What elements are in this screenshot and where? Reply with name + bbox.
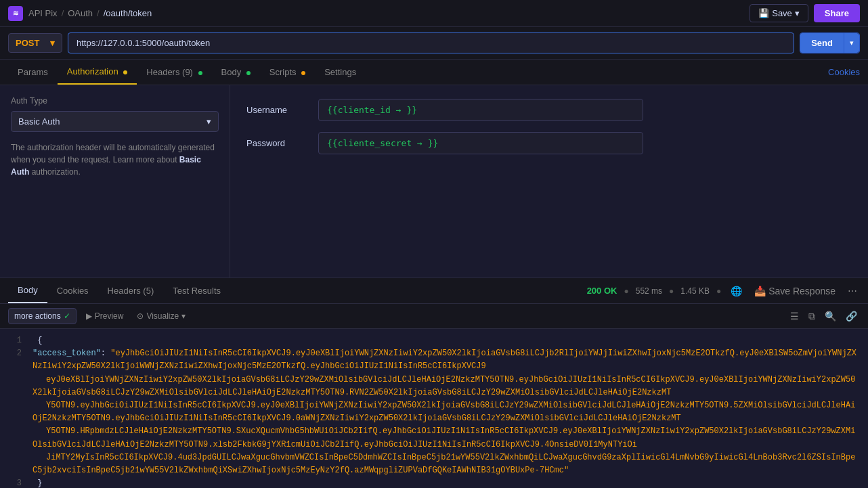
save-dropdown-icon: ▾: [795, 8, 800, 18]
save-icon: 💾: [758, 8, 769, 18]
auth-type-label: Auth Type: [11, 96, 219, 106]
breadcrumb: API Pix / OAuth / /oauth/token: [28, 8, 152, 18]
auth-type-select[interactable]: Basic Auth ▾: [11, 111, 219, 132]
app-logo: ≋: [8, 6, 23, 21]
response-tab-body[interactable]: Body: [8, 278, 47, 303]
more-actions-button[interactable]: more actions ✓: [8, 308, 77, 324]
save-response-button[interactable]: 📥 Save Response: [752, 284, 838, 298]
request-body: Auth Type Basic Auth ▾ The authorization…: [0, 85, 868, 278]
request-tabs: Params Authorization Headers (9) Body Sc…: [0, 60, 868, 85]
response-size: 1.45 KB: [680, 286, 710, 296]
response-tabs: Body Cookies Headers (5) Test Results 20…: [0, 278, 868, 304]
breadcrumb-api-pix[interactable]: API Pix: [28, 8, 58, 18]
password-label: Password: [246, 138, 307, 148]
response-tab-cookies[interactable]: Cookies: [47, 279, 98, 303]
checkmark-icon: ✓: [64, 311, 70, 321]
url-bar: POST ▾ Send ▾: [0, 27, 868, 60]
password-input[interactable]: [318, 132, 643, 154]
response-status: 200 OK ● 552 ms ● 1.45 KB ● 🌐 📥 Save Res…: [587, 284, 860, 298]
tab-scripts[interactable]: Scripts: [260, 60, 315, 84]
response-code-body[interactable]: 1 { 2 "access_token": "eyJhbGciOiJIUzI1N…: [0, 329, 868, 488]
response-body-toolbar: more actions ✓ ▶ Preview ⊙ Visualize ▾ ☰…: [0, 304, 868, 329]
breadcrumb-current: /oauth/token: [104, 8, 152, 18]
auth-select-chevron-icon: ▾: [207, 116, 211, 127]
method-chevron-icon: ▾: [50, 38, 55, 48]
share-button[interactable]: Share: [814, 4, 860, 22]
response-tab-test-results[interactable]: Test Results: [163, 279, 230, 303]
breadcrumb-oauth[interactable]: OAuth: [68, 8, 93, 18]
globe-icon-button[interactable]: 🌐: [728, 284, 745, 298]
response-time: 552 ms: [636, 286, 662, 296]
url-input[interactable]: [68, 32, 794, 53]
play-icon: ▶: [86, 311, 92, 321]
auth-left-panel: Auth Type Basic Auth ▾ The authorization…: [0, 85, 230, 278]
scripts-tab-dot: [301, 71, 305, 75]
auth-info: The authorization header will be automat…: [11, 141, 219, 178]
password-row: Password: [246, 132, 852, 154]
tab-authorization[interactable]: Authorization: [58, 60, 137, 85]
send-button[interactable]: Send: [800, 33, 844, 53]
authorization-tab-dot: [123, 70, 127, 74]
copy-button[interactable]: ⧉: [806, 309, 818, 324]
tab-body[interactable]: Body: [212, 60, 260, 84]
tab-params[interactable]: Params: [8, 60, 58, 84]
top-bar: ≋ API Pix / OAuth / /oauth/token 💾 Save …: [0, 0, 868, 27]
auth-right-panel: Username Password: [230, 85, 868, 278]
send-dropdown-button[interactable]: ▾: [844, 33, 859, 53]
chart-icon: ⊙: [137, 311, 144, 321]
save-response-icon: 📥: [754, 286, 766, 296]
link-button[interactable]: 🔗: [843, 309, 860, 323]
save-button[interactable]: 💾 Save ▾: [750, 4, 808, 22]
code-line-2: 2 "access_token": "eyJhbGciOiJIUzI1NiIsI…: [8, 347, 860, 477]
method-selector[interactable]: POST ▾: [8, 33, 62, 53]
body-tab-dot: [246, 71, 251, 75]
headers-tab-dot: [198, 71, 202, 75]
code-line-3: 3 }: [8, 477, 860, 488]
code-line-1: 1 {: [8, 334, 860, 347]
username-row: Username: [246, 99, 852, 121]
tab-settings[interactable]: Settings: [315, 60, 366, 84]
visualize-chevron-icon: ▾: [181, 311, 186, 321]
cookies-link[interactable]: Cookies: [828, 67, 860, 77]
preview-button[interactable]: ▶ Preview: [82, 309, 128, 324]
visualize-button[interactable]: ⊙ Visualize ▾: [133, 309, 190, 324]
tab-headers[interactable]: Headers (9): [137, 60, 211, 84]
format-button[interactable]: ☰: [787, 309, 802, 323]
response-more-options-button[interactable]: ⋯: [845, 284, 860, 298]
search-button[interactable]: 🔍: [822, 309, 839, 323]
response-area: Body Cookies Headers (5) Test Results 20…: [0, 278, 868, 488]
username-input[interactable]: [318, 99, 643, 121]
username-label: Username: [246, 105, 307, 115]
status-badge: 200 OK: [587, 286, 617, 296]
response-tab-headers[interactable]: Headers (5): [98, 279, 164, 303]
